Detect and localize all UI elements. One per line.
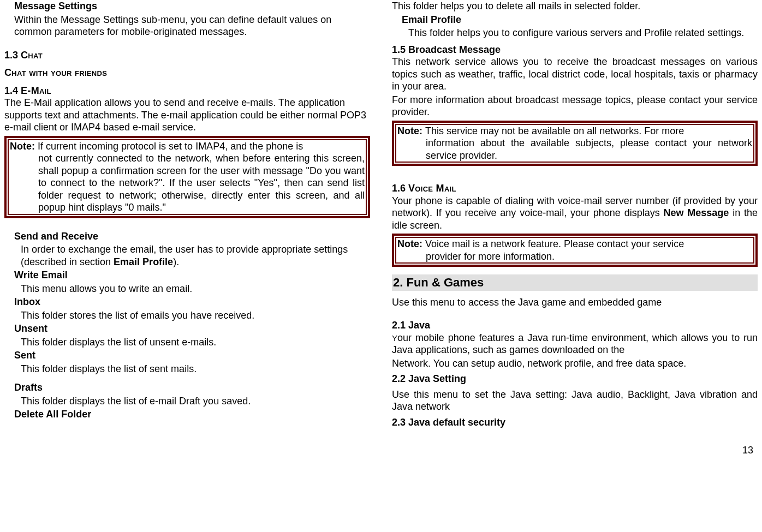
left-column: Message Settings Within the Message Sett… bbox=[4, 0, 370, 428]
page-number: 13 bbox=[0, 428, 762, 459]
send-receive-body: In order to exchange the email, the user… bbox=[21, 243, 370, 268]
unsent-body: This folder displays the list of unsent … bbox=[21, 336, 370, 349]
section-1-5-body-2: For more information about broadcast mes… bbox=[392, 94, 758, 118]
unsent-heading: Unsent bbox=[14, 322, 370, 335]
send-receive-heading: Send and Receive bbox=[14, 230, 370, 243]
note-label: Note: bbox=[10, 141, 38, 152]
inbox-body: This folder stores the list of emails yo… bbox=[21, 309, 370, 322]
section-1-6-body: Your phone is capable of dialing with vo… bbox=[392, 195, 758, 232]
section-1-5-body-1: This network service allows you to recei… bbox=[392, 56, 758, 93]
section-2-1-body: Your mobile phone features a Java run-ti… bbox=[392, 332, 758, 356]
email-profile-heading: Email Profile bbox=[402, 14, 758, 26]
section-2-intro: Use this menu to access the Java game an… bbox=[392, 296, 758, 309]
note-label: Note: bbox=[397, 125, 425, 136]
drafts-body: This folder displays the list of e-mail … bbox=[21, 395, 370, 408]
delete-all-body: This folder helps you to delete all mail… bbox=[392, 0, 758, 13]
delete-all-heading: Delete All Folder bbox=[14, 408, 370, 421]
right-column: This folder helps you to delete all mail… bbox=[392, 0, 758, 428]
write-email-body: This menu allows you to write an email. bbox=[21, 283, 370, 295]
section-1-5-heading: 1.5 Broadcast Message bbox=[392, 44, 758, 56]
section-2-2-heading: 2.2 Java Setting bbox=[392, 373, 758, 385]
section-1-3-heading: 1.3 Chat bbox=[4, 49, 370, 62]
section-1-4-heading: 1.4 E-Mail bbox=[4, 85, 370, 97]
drafts-heading: Drafts bbox=[14, 381, 370, 394]
note-box-imap: Note: If current incoming protocol is se… bbox=[4, 136, 370, 218]
note-label: Note: bbox=[397, 238, 425, 249]
sent-body: This folder displays the list of sent ma… bbox=[21, 363, 370, 375]
section-2-1-heading: 2.1 Java bbox=[392, 319, 758, 332]
email-profile-body: This folder helps you to configure vario… bbox=[408, 27, 758, 39]
section-1-4-body: The E-Mail application allows you to sen… bbox=[4, 97, 370, 134]
section-1-6-heading: 1.6 Voice Mail bbox=[392, 182, 758, 195]
chat-subtitle: Chat with your friends bbox=[4, 67, 370, 79]
sent-heading: Sent bbox=[14, 349, 370, 362]
section-2-3-heading: 2.3 Java default security bbox=[392, 416, 758, 429]
inbox-heading: Inbox bbox=[14, 296, 370, 308]
write-email-heading: Write Email bbox=[14, 269, 370, 282]
section-2-heading: 2. Fun & Games bbox=[392, 274, 758, 291]
note-box-broadcast: Note: This service may not be available … bbox=[392, 121, 758, 166]
note-box-voicemail: Note: Voice mail is a network feature. P… bbox=[392, 234, 758, 267]
section-2-1-body-2: Network. You can setup audio, network pr… bbox=[392, 357, 758, 370]
message-settings-heading: Message Settings bbox=[14, 0, 370, 13]
section-2-2-body: Use this menu to set the Java setting: J… bbox=[392, 388, 758, 413]
message-settings-body: Within the Message Settings sub-menu, yo… bbox=[14, 14, 370, 38]
